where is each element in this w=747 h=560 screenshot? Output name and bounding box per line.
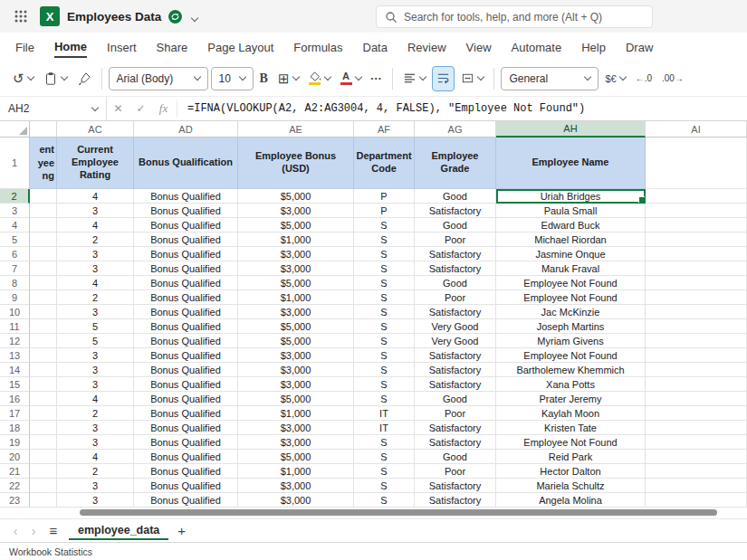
cell-partial-23[interactable] [30,493,57,508]
row-header-5[interactable]: 5 [0,233,30,247]
cell-partial-5[interactable] [30,233,57,247]
cell-AD4[interactable]: Bonus Qualified [134,218,238,233]
cell-AH3[interactable]: Paula Small [496,204,646,218]
title-dropdown-button[interactable] [188,6,201,27]
cell-AE19[interactable]: $3,000 [238,435,354,450]
row-header-16[interactable]: 16 [0,392,30,406]
cell-AI20[interactable] [646,450,747,464]
cell-AG12[interactable]: Very Good [415,334,496,348]
bold-button[interactable]: B [256,66,272,91]
cell-AD8[interactable]: Bonus Qualified [134,276,238,290]
cell-AH6[interactable]: Jasmine Onque [496,247,646,261]
search-box[interactable]: Search for tools, help, and more (Alt + … [376,5,653,28]
cell-AG8[interactable]: Good [415,276,496,290]
cell-AG3[interactable]: Satisfactory [415,204,496,218]
cell-AH11[interactable]: Joseph Martins [496,319,646,334]
tab-file[interactable]: File [5,33,44,61]
cell-AI19[interactable] [646,435,747,450]
cell-AI15[interactable] [646,377,747,392]
cell-AC10[interactable]: 3 [57,305,134,319]
cell-AF20[interactable]: S [354,450,415,464]
cell-AG17[interactable]: Poor [415,406,496,421]
cell-AH7[interactable]: Maruk Fraval [496,261,646,276]
sheet-list-button[interactable]: ≡ [43,524,63,537]
cell-AD6[interactable]: Bonus Qualified [134,247,238,261]
cell-AI3[interactable] [646,204,747,218]
cell-AC9[interactable]: 2 [57,290,134,305]
cell-AG20[interactable]: Good [415,450,496,464]
cell-AH8[interactable]: Employee Not Found [496,276,646,290]
tab-automate[interactable]: Automate [502,33,572,61]
tab-share[interactable]: Share [147,33,198,61]
row-header-15[interactable]: 15 [0,377,30,392]
cell-partial-4[interactable] [30,218,57,233]
cell-AF6[interactable]: S [354,247,415,261]
row-header-3[interactable]: 3 [0,204,30,218]
cell-AE20[interactable]: $5,000 [238,450,354,464]
cell-AC15[interactable]: 3 [57,377,134,392]
cell-AH23[interactable]: Angela Molina [496,493,646,508]
cell-AC12[interactable]: 5 [57,334,134,348]
cell-AC8[interactable]: 4 [57,276,134,290]
paste-button[interactable] [40,66,71,91]
cell-AF22[interactable]: S [354,479,415,493]
cell-AD9[interactable]: Bonus Qualified [134,290,238,305]
font-color-button[interactable]: A [337,66,365,91]
cell-AF7[interactable]: S [354,261,415,276]
cell-AI23[interactable] [646,493,747,508]
column-header-AH[interactable]: AH [496,121,646,138]
header-cell-AF1[interactable]: Department Code [354,138,415,189]
cell-partial-21[interactable] [30,464,57,479]
cell-AE14[interactable]: $3,000 [238,363,354,377]
workbook-statistics-button[interactable]: Workbook Statistics [9,546,92,557]
tab-formulas[interactable]: Formulas [283,33,352,61]
cell-AH21[interactable]: Hector Dalton [496,464,646,479]
column-header-partial[interactable] [30,121,57,138]
cell-AH18[interactable]: Kristen Tate [496,421,646,435]
cell-AD10[interactable]: Bonus Qualified [134,305,238,319]
cell-AE12[interactable]: $5,000 [238,334,354,348]
column-header-AD[interactable]: AD [134,121,238,138]
cell-AE15[interactable]: $3,000 [238,377,354,392]
cell-AD17[interactable]: Bonus Qualified [134,406,238,421]
cell-AC16[interactable]: 4 [57,392,134,406]
row-header-8[interactable]: 8 [0,276,30,290]
header-cell-AI1[interactable] [646,138,747,189]
cell-AE22[interactable]: $3,000 [238,479,354,493]
tab-draw[interactable]: Draw [616,33,663,61]
tab-insert[interactable]: Insert [97,33,147,61]
cell-AF12[interactable]: S [354,334,415,348]
cell-partial-8[interactable] [30,276,57,290]
cell-AG2[interactable]: Good [415,189,496,204]
borders-button[interactable]: ⊞ [274,66,302,91]
cell-AH4[interactable]: Edward Buck [496,218,646,233]
cell-AG6[interactable]: Satisfactory [415,247,496,261]
cell-AH13[interactable]: Employee Not Found [496,348,646,363]
cell-AI22[interactable] [646,479,747,493]
cell-AH10[interactable]: Jac McKinzie [496,305,646,319]
sheet-tab-employee-data[interactable]: employee_data [69,521,168,540]
row-header-4[interactable]: 4 [0,218,30,233]
row-header-21[interactable]: 21 [0,464,30,479]
tab-page-layout[interactable]: Page Layout [197,33,283,61]
prev-sheet-button[interactable]: ‹ [7,525,24,537]
cell-AE13[interactable]: $3,000 [238,348,354,363]
row-header-22[interactable]: 22 [0,479,30,493]
tab-data[interactable]: Data [353,33,397,61]
cell-AF17[interactable]: IT [354,406,415,421]
increase-decimal-button[interactable]: .00→ [658,66,687,91]
cell-AE7[interactable]: $3,000 [238,261,354,276]
cell-AD14[interactable]: Bonus Qualified [134,363,238,377]
cell-AH12[interactable]: Myriam Givens [496,334,646,348]
cell-AF5[interactable]: S [354,233,415,247]
cell-AD7[interactable]: Bonus Qualified [134,261,238,276]
row-header-18[interactable]: 18 [0,421,30,435]
select-all-corner[interactable] [0,121,30,138]
cell-AG13[interactable]: Satisfactory [415,348,496,363]
cell-AG19[interactable]: Satisfactory [415,435,496,450]
cell-partial-13[interactable] [30,348,57,363]
header-cell-partial[interactable]: ent yee ng [30,138,57,189]
cell-AC3[interactable]: 3 [57,204,134,218]
cell-partial-6[interactable] [30,247,57,261]
cell-AF11[interactable]: S [354,319,415,334]
